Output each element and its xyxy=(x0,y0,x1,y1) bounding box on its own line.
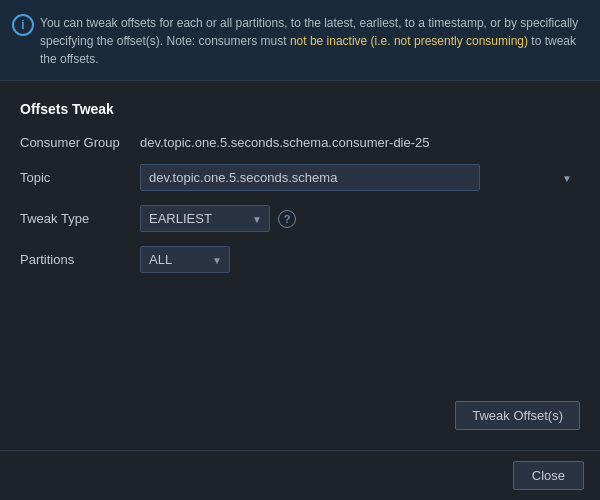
tweak-offsets-button[interactable]: Tweak Offset(s) xyxy=(455,401,580,430)
info-text: You can tweak offsets for each or all pa… xyxy=(40,12,586,68)
partitions-row: ALL ▼ xyxy=(140,246,580,273)
close-button[interactable]: Close xyxy=(513,461,584,490)
partitions-select[interactable]: ALL xyxy=(140,246,230,273)
tweak-type-row: EARLIEST LATEST TIMESTAMP SPECIFIC ▼ ? xyxy=(140,205,580,232)
consumer-group-label: Consumer Group xyxy=(20,135,140,150)
partitions-select-wrapper: ALL ▼ xyxy=(140,246,230,273)
tweak-button-row: Tweak Offset(s) xyxy=(20,401,580,430)
form-grid: Consumer Group dev.topic.one.5.seconds.s… xyxy=(20,135,580,273)
tweak-type-select[interactable]: EARLIEST LATEST TIMESTAMP SPECIFIC xyxy=(140,205,270,232)
partitions-label: Partitions xyxy=(20,252,140,267)
help-icon[interactable]: ? xyxy=(278,210,296,228)
content-area: Offsets Tweak Consumer Group dev.topic.o… xyxy=(0,81,600,450)
tweak-type-label: Tweak Type xyxy=(20,211,140,226)
footer: Close xyxy=(0,450,600,500)
highlight-text: not be inactive (i.e. not presently cons… xyxy=(290,34,528,48)
dialog: i You can tweak offsets for each or all … xyxy=(0,0,600,500)
info-banner: i You can tweak offsets for each or all … xyxy=(0,0,600,81)
topic-select-wrapper: dev.topic.one.5.seconds.schema ▼ xyxy=(140,164,580,191)
consumer-group-value: dev.topic.one.5.seconds.schema.consumer-… xyxy=(140,135,580,150)
section-title: Offsets Tweak xyxy=(20,101,580,117)
info-icon: i xyxy=(12,14,34,36)
topic-label: Topic xyxy=(20,170,140,185)
topic-select[interactable]: dev.topic.one.5.seconds.schema xyxy=(140,164,480,191)
topic-select-arrow-icon: ▼ xyxy=(562,172,572,183)
tweak-type-select-wrapper: EARLIEST LATEST TIMESTAMP SPECIFIC ▼ xyxy=(140,205,270,232)
